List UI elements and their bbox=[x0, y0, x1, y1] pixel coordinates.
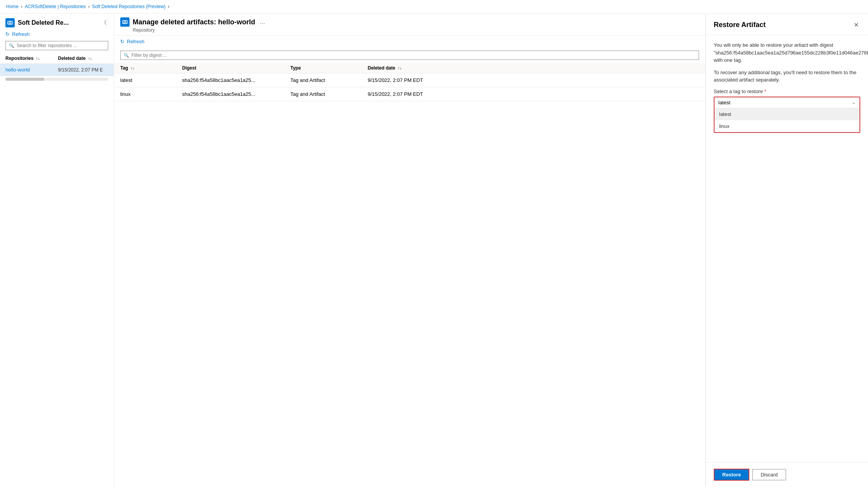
close-button[interactable]: ✕ bbox=[852, 20, 860, 30]
search-input[interactable] bbox=[17, 43, 105, 48]
artifact-date-linux: 9/15/2022, 2:07 PM EDT bbox=[368, 91, 699, 97]
middle-refresh-icon: ↻ bbox=[120, 39, 124, 44]
left-panel-title-row: Soft Deleted Re... bbox=[5, 18, 69, 27]
repo-date-hello-world: 9/15/2022, 2:07 PM E bbox=[58, 67, 108, 73]
right-panel-footer: Restore Discard bbox=[706, 462, 868, 487]
select-label: Select a tag to restore * bbox=[714, 88, 860, 94]
right-panel-header: Restore Artifact ✕ bbox=[706, 14, 868, 35]
middle-title: Manage deleted artifacts: hello-world bbox=[133, 18, 255, 26]
horizontal-scrollbar[interactable] bbox=[5, 78, 108, 81]
left-refresh-button[interactable]: ↻ Refresh bbox=[0, 29, 114, 39]
left-search-box: 🔍 bbox=[5, 41, 108, 50]
middle-acr-icon bbox=[120, 17, 130, 27]
sort-del-date-icon[interactable]: ↑↓ bbox=[398, 66, 402, 70]
tag-dropdown[interactable]: latest ⌄ latest linux bbox=[714, 97, 860, 133]
col-type: Type bbox=[290, 65, 368, 71]
col-deleted-date-artifacts: Deleted date ↑↓ bbox=[368, 65, 699, 71]
artifact-tag-latest: latest bbox=[120, 77, 182, 83]
refresh-icon: ↻ bbox=[5, 31, 10, 37]
breadcrumb-registry[interactable]: ACRSoftDelete | Repositories bbox=[25, 4, 86, 9]
dropdown-option-linux[interactable]: linux bbox=[715, 120, 859, 132]
breadcrumb-soft-deleted[interactable]: Soft Deleted Repositories (Preview) bbox=[92, 4, 165, 9]
artifact-tag-linux: linux bbox=[120, 91, 182, 97]
filter-input[interactable] bbox=[131, 53, 696, 58]
artifact-row-linux[interactable]: linux sha256:f54a58bc1aac5ea1a25... Tag … bbox=[114, 87, 705, 101]
middle-refresh-button[interactable]: ↻ Refresh bbox=[114, 36, 705, 48]
sort-tag-icon[interactable]: ↑↓ bbox=[131, 66, 135, 70]
dropdown-option-latest[interactable]: latest bbox=[715, 108, 859, 120]
breadcrumb: Home › ACRSoftDelete | Repositories › So… bbox=[0, 0, 868, 14]
middle-subtitle: Repository bbox=[120, 27, 699, 33]
left-panel: Soft Deleted Re... 《 ↻ Refresh 🔍 Reposit… bbox=[0, 14, 114, 487]
left-refresh-label: Refresh bbox=[12, 31, 30, 37]
acr-icon bbox=[5, 18, 15, 27]
restore-artifact-panel: Restore Artifact ✕ You will only be able… bbox=[706, 14, 868, 487]
col-repositories: Repositories ↑↓ bbox=[5, 56, 58, 61]
dropdown-current-value: latest bbox=[718, 100, 730, 105]
restore-button[interactable]: Restore bbox=[714, 469, 749, 481]
restore-description-1: You will only be able to restore your ar… bbox=[714, 41, 860, 64]
sort-repositories-icon[interactable]: ↑↓ bbox=[36, 56, 40, 61]
artifacts-table-header: Tag ↑↓ Digest Type Deleted date ↑↓ bbox=[114, 63, 705, 73]
middle-panel: Manage deleted artifacts: hello-world ..… bbox=[114, 14, 706, 487]
restore-description-2: To recover any additional tags, you'll n… bbox=[714, 69, 860, 84]
dropdown-selected-value[interactable]: latest ⌄ bbox=[715, 97, 859, 108]
middle-title-row: Manage deleted artifacts: hello-world ..… bbox=[120, 17, 699, 27]
col-digest: Digest bbox=[182, 65, 290, 71]
right-panel-title: Restore Artifact bbox=[714, 21, 766, 29]
artifact-digest-latest: sha256:f54a58bc1aac5ea1a25... bbox=[182, 77, 290, 83]
col-deleted-date: Deleted date ↑↓ bbox=[58, 56, 108, 61]
filter-box: 🔍 bbox=[120, 51, 699, 60]
more-options-button[interactable]: ... bbox=[260, 19, 265, 26]
middle-header: Manage deleted artifacts: hello-world ..… bbox=[114, 14, 705, 36]
artifact-type-linux: Tag and Artifact bbox=[290, 91, 368, 97]
middle-refresh-label: Refresh bbox=[127, 39, 145, 44]
sort-date-icon[interactable]: ↑↓ bbox=[88, 56, 92, 61]
left-table-header: Repositories ↑↓ Deleted date ↑↓ bbox=[0, 53, 114, 64]
left-panel-header: Soft Deleted Re... 《 bbox=[0, 14, 114, 29]
chevron-down-icon: ⌄ bbox=[852, 100, 856, 105]
repository-row-hello-world[interactable]: hello-world 9/15/2022, 2:07 PM E bbox=[0, 64, 114, 76]
discard-button[interactable]: Discard bbox=[752, 469, 786, 480]
left-panel-title: Soft Deleted Re... bbox=[18, 19, 69, 26]
required-star: * bbox=[764, 88, 766, 94]
filter-search-icon: 🔍 bbox=[124, 53, 129, 58]
scrollbar-thumb bbox=[5, 78, 44, 81]
artifact-row-latest[interactable]: latest sha256:f54a58bc1aac5ea1a25... Tag… bbox=[114, 73, 705, 87]
repo-name-hello-world: hello-world bbox=[5, 67, 58, 73]
search-icon: 🔍 bbox=[9, 43, 14, 48]
artifact-type-latest: Tag and Artifact bbox=[290, 77, 368, 83]
col-tag: Tag ↑↓ bbox=[120, 65, 182, 71]
dropdown-options-list: latest linux bbox=[715, 108, 859, 132]
main-layout: Soft Deleted Re... 《 ↻ Refresh 🔍 Reposit… bbox=[0, 14, 868, 487]
collapse-button[interactable]: 《 bbox=[100, 19, 108, 27]
artifact-date-latest: 9/15/2022, 2:07 PM EDT bbox=[368, 77, 699, 83]
artifact-digest-linux: sha256:f54a58bc1aac5ea1a25... bbox=[182, 91, 290, 97]
right-panel-body: You will only be able to restore your ar… bbox=[706, 35, 868, 462]
breadcrumb-home[interactable]: Home bbox=[6, 4, 19, 9]
